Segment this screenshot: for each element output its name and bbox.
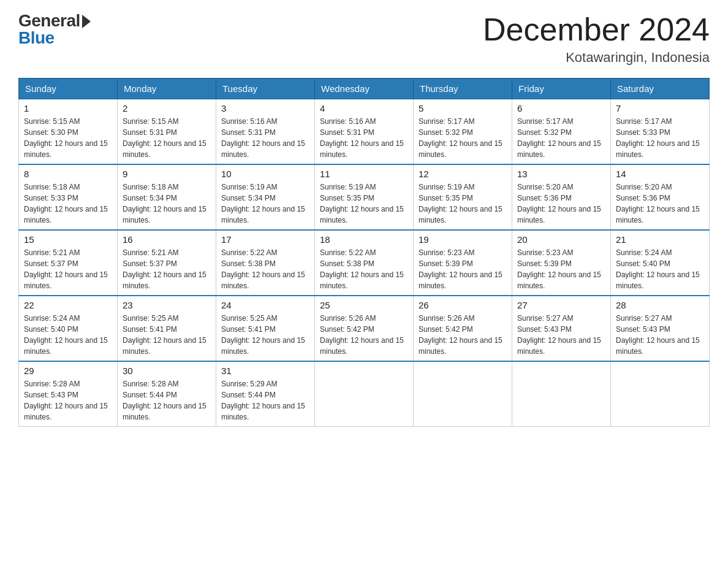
day-number: 27 <box>517 300 605 310</box>
day-info: Sunrise: 5:20 AM Sunset: 5:36 PM Dayligh… <box>517 182 605 226</box>
weekday-header-saturday: Saturday <box>611 79 710 99</box>
weekday-header-sunday: Sunday <box>19 79 118 99</box>
day-number: 18 <box>320 234 408 245</box>
weekday-header-monday: Monday <box>118 79 216 99</box>
logo: General Blue <box>18 12 91 47</box>
day-number: 26 <box>419 300 507 310</box>
day-number: 21 <box>616 234 704 245</box>
calendar-cell: 3 Sunrise: 5:16 AM Sunset: 5:31 PM Dayli… <box>216 99 315 165</box>
day-number: 25 <box>320 300 408 310</box>
day-number: 8 <box>24 169 112 179</box>
calendar-cell: 21 Sunrise: 5:24 AM Sunset: 5:40 PM Dayl… <box>611 230 710 296</box>
weekday-header-row: SundayMondayTuesdayWednesdayThursdayFrid… <box>19 79 710 99</box>
day-number: 29 <box>24 366 112 376</box>
day-info: Sunrise: 5:23 AM Sunset: 5:39 PM Dayligh… <box>517 247 605 291</box>
day-info: Sunrise: 5:18 AM Sunset: 5:33 PM Dayligh… <box>24 182 112 226</box>
logo-blue-text: Blue <box>18 29 55 47</box>
calendar-cell <box>512 361 611 427</box>
title-block: December 2024 Kotawaringin, Indonesia <box>483 12 710 66</box>
day-number: 22 <box>24 300 112 310</box>
day-number: 20 <box>517 234 605 245</box>
day-info: Sunrise: 5:27 AM Sunset: 5:43 PM Dayligh… <box>517 313 605 357</box>
calendar-cell: 9 Sunrise: 5:18 AM Sunset: 5:34 PM Dayli… <box>118 164 216 230</box>
calendar-cell: 16 Sunrise: 5:21 AM Sunset: 5:37 PM Dayl… <box>118 230 216 296</box>
weekday-header-thursday: Thursday <box>414 79 512 99</box>
day-info: Sunrise: 5:21 AM Sunset: 5:37 PM Dayligh… <box>123 247 211 291</box>
day-info: Sunrise: 5:19 AM Sunset: 5:34 PM Dayligh… <box>221 182 309 226</box>
day-info: Sunrise: 5:22 AM Sunset: 5:38 PM Dayligh… <box>221 247 309 291</box>
day-info: Sunrise: 5:15 AM Sunset: 5:31 PM Dayligh… <box>123 116 211 160</box>
day-info: Sunrise: 5:28 AM Sunset: 5:44 PM Dayligh… <box>123 378 211 423</box>
calendar-cell <box>611 361 710 427</box>
calendar-week-row: 1 Sunrise: 5:15 AM Sunset: 5:30 PM Dayli… <box>19 99 710 165</box>
day-number: 2 <box>123 103 211 113</box>
calendar-cell: 30 Sunrise: 5:28 AM Sunset: 5:44 PM Dayl… <box>118 361 216 427</box>
calendar-cell: 12 Sunrise: 5:19 AM Sunset: 5:35 PM Dayl… <box>414 164 512 230</box>
calendar-cell: 11 Sunrise: 5:19 AM Sunset: 5:35 PM Dayl… <box>315 164 414 230</box>
day-info: Sunrise: 5:28 AM Sunset: 5:43 PM Dayligh… <box>24 378 112 423</box>
day-info: Sunrise: 5:17 AM Sunset: 5:32 PM Dayligh… <box>517 116 605 160</box>
day-number: 13 <box>517 169 605 179</box>
calendar-cell: 4 Sunrise: 5:16 AM Sunset: 5:31 PM Dayli… <box>315 99 414 165</box>
day-number: 4 <box>320 103 408 113</box>
calendar-cell: 20 Sunrise: 5:23 AM Sunset: 5:39 PM Dayl… <box>512 230 611 296</box>
calendar-cell: 1 Sunrise: 5:15 AM Sunset: 5:30 PM Dayli… <box>19 99 118 165</box>
day-number: 24 <box>221 300 309 310</box>
day-number: 3 <box>221 103 309 113</box>
day-info: Sunrise: 5:20 AM Sunset: 5:36 PM Dayligh… <box>616 182 704 226</box>
calendar-cell <box>315 361 414 427</box>
calendar-cell: 7 Sunrise: 5:17 AM Sunset: 5:33 PM Dayli… <box>611 99 710 165</box>
calendar-cell: 29 Sunrise: 5:28 AM Sunset: 5:43 PM Dayl… <box>19 361 118 427</box>
weekday-header-friday: Friday <box>512 79 611 99</box>
day-number: 31 <box>221 366 309 376</box>
calendar-cell: 19 Sunrise: 5:23 AM Sunset: 5:39 PM Dayl… <box>414 230 512 296</box>
calendar-cell: 8 Sunrise: 5:18 AM Sunset: 5:33 PM Dayli… <box>19 164 118 230</box>
day-info: Sunrise: 5:19 AM Sunset: 5:35 PM Dayligh… <box>320 182 408 226</box>
calendar-cell: 18 Sunrise: 5:22 AM Sunset: 5:38 PM Dayl… <box>315 230 414 296</box>
calendar-week-row: 15 Sunrise: 5:21 AM Sunset: 5:37 PM Dayl… <box>19 230 710 296</box>
calendar-cell <box>414 361 512 427</box>
day-info: Sunrise: 5:15 AM Sunset: 5:30 PM Dayligh… <box>24 116 112 160</box>
day-number: 12 <box>419 169 507 179</box>
day-info: Sunrise: 5:17 AM Sunset: 5:32 PM Dayligh… <box>419 116 507 160</box>
calendar-week-row: 29 Sunrise: 5:28 AM Sunset: 5:43 PM Dayl… <box>19 361 710 427</box>
day-number: 30 <box>123 366 211 376</box>
day-number: 16 <box>123 234 211 245</box>
calendar-week-row: 8 Sunrise: 5:18 AM Sunset: 5:33 PM Dayli… <box>19 164 710 230</box>
logo-general-text: General <box>18 12 80 29</box>
day-info: Sunrise: 5:29 AM Sunset: 5:44 PM Dayligh… <box>221 378 309 423</box>
day-number: 1 <box>24 103 112 113</box>
day-number: 7 <box>616 103 704 113</box>
day-number: 28 <box>616 300 704 310</box>
day-info: Sunrise: 5:16 AM Sunset: 5:31 PM Dayligh… <box>320 116 408 160</box>
day-number: 17 <box>221 234 309 245</box>
calendar-cell: 2 Sunrise: 5:15 AM Sunset: 5:31 PM Dayli… <box>118 99 216 165</box>
calendar-table: SundayMondayTuesdayWednesdayThursdayFrid… <box>18 78 710 427</box>
day-number: 14 <box>616 169 704 179</box>
day-info: Sunrise: 5:27 AM Sunset: 5:43 PM Dayligh… <box>616 313 704 357</box>
calendar-cell: 15 Sunrise: 5:21 AM Sunset: 5:37 PM Dayl… <box>19 230 118 296</box>
calendar-cell: 5 Sunrise: 5:17 AM Sunset: 5:32 PM Dayli… <box>414 99 512 165</box>
calendar-cell: 26 Sunrise: 5:26 AM Sunset: 5:42 PM Dayl… <box>414 296 512 361</box>
day-info: Sunrise: 5:26 AM Sunset: 5:42 PM Dayligh… <box>320 313 408 357</box>
day-info: Sunrise: 5:18 AM Sunset: 5:34 PM Dayligh… <box>123 182 211 226</box>
day-info: Sunrise: 5:17 AM Sunset: 5:33 PM Dayligh… <box>616 116 704 160</box>
calendar-cell: 28 Sunrise: 5:27 AM Sunset: 5:43 PM Dayl… <box>611 296 710 361</box>
page-header: General Blue December 2024 Kotawaringin,… <box>18 12 710 66</box>
day-info: Sunrise: 5:26 AM Sunset: 5:42 PM Dayligh… <box>419 313 507 357</box>
day-number: 9 <box>123 169 211 179</box>
day-number: 19 <box>419 234 507 245</box>
day-info: Sunrise: 5:25 AM Sunset: 5:41 PM Dayligh… <box>123 313 211 357</box>
day-number: 6 <box>517 103 605 113</box>
calendar-cell: 10 Sunrise: 5:19 AM Sunset: 5:34 PM Dayl… <box>216 164 315 230</box>
day-number: 23 <box>123 300 211 310</box>
day-info: Sunrise: 5:22 AM Sunset: 5:38 PM Dayligh… <box>320 247 408 291</box>
calendar-cell: 13 Sunrise: 5:20 AM Sunset: 5:36 PM Dayl… <box>512 164 611 230</box>
day-info: Sunrise: 5:24 AM Sunset: 5:40 PM Dayligh… <box>616 247 704 291</box>
calendar-cell: 24 Sunrise: 5:25 AM Sunset: 5:41 PM Dayl… <box>216 296 315 361</box>
calendar-week-row: 22 Sunrise: 5:24 AM Sunset: 5:40 PM Dayl… <box>19 296 710 361</box>
day-info: Sunrise: 5:23 AM Sunset: 5:39 PM Dayligh… <box>419 247 507 291</box>
calendar-cell: 22 Sunrise: 5:24 AM Sunset: 5:40 PM Dayl… <box>19 296 118 361</box>
day-info: Sunrise: 5:16 AM Sunset: 5:31 PM Dayligh… <box>221 116 309 160</box>
day-info: Sunrise: 5:24 AM Sunset: 5:40 PM Dayligh… <box>24 313 112 357</box>
